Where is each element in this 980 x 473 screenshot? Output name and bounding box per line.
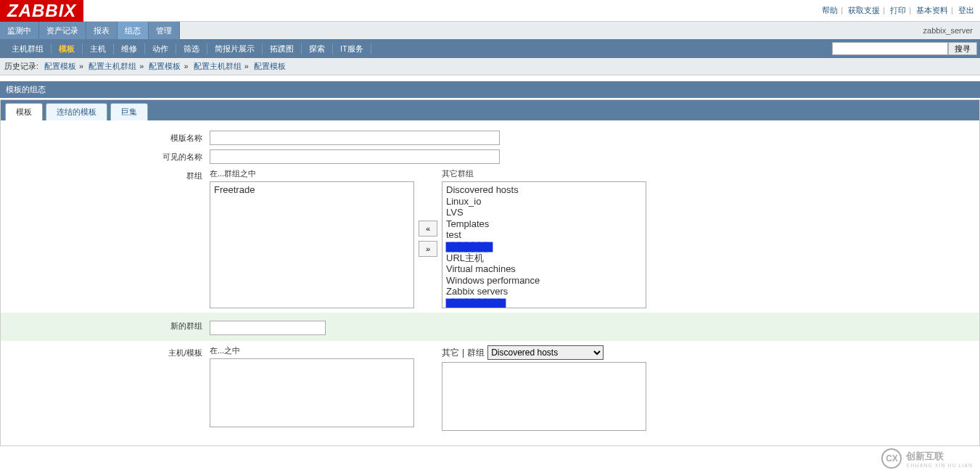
in-groups-title: 在...群组之中	[210, 168, 414, 179]
history-item[interactable]: 配置模板	[254, 62, 286, 70]
history-item[interactable]: 配置主机群组	[194, 62, 242, 70]
help-link[interactable]: 帮助	[822, 6, 838, 15]
search-box: 搜寻	[832, 42, 980, 55]
list-item[interactable]: URL主机	[446, 252, 642, 264]
tab-macros[interactable]: 巨集	[110, 103, 148, 120]
subnav-hosts[interactable]: 主机	[83, 44, 114, 54]
subnav-itservices[interactable]: IT服务	[333, 44, 371, 54]
template-name-label: 模版名称	[7, 131, 210, 144]
new-group-label: 新的群组	[7, 318, 210, 332]
list-item[interactable]: test	[446, 229, 642, 241]
support-link[interactable]: 获取支援	[848, 6, 880, 15]
server-name: zabbix_server	[923, 26, 980, 35]
subnav-hostgroups[interactable]: 主机群组	[4, 44, 52, 54]
other-groups-listbox[interactable]: Discovered hosts Linux_io LVS Templates …	[442, 181, 646, 308]
nav-configuration[interactable]: 组态	[118, 22, 149, 39]
group-filter-label: 群组	[467, 347, 485, 359]
in-groups-listbox[interactable]: Freetrade	[210, 181, 414, 308]
other-hosts-listbox[interactable]	[442, 362, 646, 431]
subnav-discovery[interactable]: 探索	[302, 44, 333, 54]
search-input[interactable]	[832, 42, 948, 55]
logout-link[interactable]: 登出	[958, 6, 974, 15]
hosts-label: 主机/模板	[7, 345, 210, 358]
section-title: 模板的组态	[0, 81, 980, 98]
group-filter-select[interactable]: Discovered hosts	[487, 345, 604, 360]
list-item[interactable]: Windows performance	[446, 275, 642, 287]
history-item[interactable]: 配置模板	[149, 62, 181, 70]
visible-name-label: 可见的名称	[7, 149, 210, 163]
list-item[interactable]: Zabbix servers	[446, 286, 642, 297]
other-hosts-title: 其它	[442, 347, 459, 359]
subnav-maps[interactable]: 拓蹼图	[263, 44, 302, 54]
breadcrumb: 配置模板» 配置主机群组» 配置模板» 配置主机群组» 配置模板	[44, 61, 286, 72]
list-item[interactable]: Templates	[446, 218, 642, 230]
history-item[interactable]: 配置模板	[44, 62, 76, 70]
visible-name-input[interactable]	[210, 149, 500, 164]
sub-nav: 主机群组 模板 主机 维修 动作 筛选 简报片展示 拓蹼图 探索 IT服务	[4, 44, 371, 54]
profile-link[interactable]: 基本资料	[916, 6, 948, 15]
subnav-slideshows[interactable]: 简报片展示	[207, 44, 263, 54]
subnav-maintenance[interactable]: 维修	[114, 44, 145, 54]
tab-linked[interactable]: 连结的模板	[46, 103, 107, 120]
list-item-redacted[interactable]: ▇▇▇▇▇▇▇▇▇	[446, 297, 642, 308]
subnav-templates[interactable]: 模板	[52, 44, 83, 54]
move-right-button[interactable]: »	[419, 241, 437, 257]
list-item[interactable]: Discovered hosts	[446, 184, 642, 196]
nav-inventory[interactable]: 资产记录	[39, 22, 86, 39]
main-nav: 监测中 资产记录 报表 组态 管理	[0, 22, 180, 39]
in-hosts-listbox[interactable]	[210, 358, 414, 427]
tab-template[interactable]: 模板	[5, 103, 43, 120]
list-item[interactable]: Linux_io	[446, 196, 642, 207]
top-links: 帮助| 获取支援| 打印| 基本资料| 登出	[822, 5, 980, 16]
zabbix-logo[interactable]: ZABBIX	[0, 0, 83, 22]
other-groups-title: 其它群组	[442, 168, 646, 179]
history-item[interactable]: 配置主机群组	[88, 62, 136, 70]
subnav-actions[interactable]: 动作	[145, 44, 176, 54]
search-button[interactable]: 搜寻	[948, 42, 977, 55]
history-label: 历史记录:	[4, 61, 38, 71]
print-link[interactable]: 打印	[890, 6, 906, 15]
nav-administration[interactable]: 管理	[149, 22, 180, 39]
nav-monitoring[interactable]: 监测中	[0, 22, 39, 39]
nav-reports[interactable]: 报表	[86, 22, 118, 39]
in-hosts-title: 在...之中	[210, 345, 414, 356]
subnav-screens[interactable]: 筛选	[176, 44, 207, 54]
list-item[interactable]: Virtual machines	[446, 263, 642, 275]
new-group-input[interactable]	[210, 321, 326, 335]
template-name-input[interactable]	[210, 131, 500, 145]
list-item-redacted[interactable]: ▇▇▇▇▇▇▇	[446, 241, 642, 252]
list-item[interactable]: Freetrade	[214, 184, 410, 196]
move-left-button[interactable]: «	[419, 221, 437, 236]
form-tabs: 模板 连结的模板 巨集	[1, 100, 979, 120]
list-item[interactable]: LVS	[446, 207, 642, 218]
groups-label: 群组	[7, 168, 210, 181]
